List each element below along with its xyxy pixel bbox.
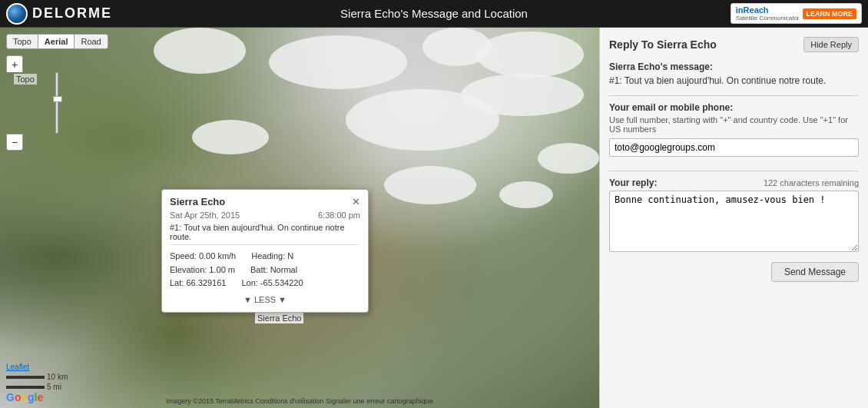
popup-time: 6:38:00 pm	[318, 211, 360, 220]
popup-header: Sierra Echo ✕	[170, 196, 360, 207]
inreach-sub: Satellite Communicator	[736, 15, 800, 22]
zoom-slider-thumb[interactable]	[53, 96, 62, 102]
popup-lat: Lat: 66.329161	[170, 277, 226, 290]
popup-date: Sat Apr 25th, 2015	[170, 211, 240, 220]
divider-2	[609, 171, 859, 171]
popup-batt: Batt: Normal	[250, 264, 297, 277]
app-header: DeLORME Sierra Echo's Message and Locati…	[0, 0, 868, 28]
scale-km: 10 km	[6, 373, 68, 381]
message-label: Sierra Echo's message:	[609, 61, 859, 72]
scale-mi-rect	[6, 386, 45, 389]
divider-1	[609, 95, 859, 96]
scale-mi: 5 mi	[6, 383, 68, 391]
scale-mi-label: 5 mi	[47, 383, 61, 391]
scale-km-rect	[6, 376, 45, 379]
reply-panel-title: Reply To Sierra Echo	[609, 38, 717, 51]
marker-label: Sierra Echo	[255, 313, 303, 323]
reply-label: Your reply:	[609, 177, 657, 188]
snow-patch	[154, 28, 246, 74]
header-left: DeLORME	[0, 3, 112, 25]
inreach-info: inReach Satellite Communicator	[736, 5, 800, 22]
chars-remaining: 122 characters remaining	[764, 178, 859, 187]
message-text: #1: Tout va bien aujourd'hui. On continu…	[609, 75, 859, 88]
logo-text: DeLORME	[32, 5, 112, 22]
popup-less-button[interactable]: ▼ LESS ▼	[170, 295, 360, 304]
popup-name: Sierra Echo	[170, 196, 225, 207]
inreach-label: inReach	[736, 5, 800, 15]
snow-patch	[461, 74, 584, 116]
email-hint: Use full number, starting with "+" and c…	[609, 115, 859, 134]
zoom-slider-track[interactable]	[55, 72, 58, 134]
topo-button[interactable]: Topo	[7, 35, 38, 48]
scale-km-label: 10 km	[47, 373, 68, 381]
map-container[interactable]: Topo Aerial Road + − Topo Sierra Echo ✕ …	[0, 28, 599, 408]
send-message-button[interactable]: Send Message	[771, 262, 859, 282]
zoom-in-button[interactable]: +	[6, 55, 23, 72]
scale-bar: 10 km 5 mi	[6, 373, 68, 391]
snow-patch	[476, 32, 584, 78]
snow-patch	[269, 35, 407, 89]
snow-patch	[499, 181, 553, 208]
email-input[interactable]	[609, 138, 859, 157]
delorme-logo: DeLORME	[6, 3, 112, 25]
map-popup: Sierra Echo ✕ Sat Apr 25th, 2015 6:38:00…	[161, 189, 369, 313]
map-scale: Leaflet 10 km 5 mi	[6, 363, 68, 391]
inreach-badge: inReach Satellite Communicator LEARN MOR…	[731, 3, 862, 24]
email-label: Your email or mobile phone:	[609, 102, 859, 113]
map-attribution: Imagery ©2015 TerraMetrics Conditions d'…	[0, 397, 599, 405]
snow-patch	[538, 143, 599, 174]
header-right: inReach Satellite Communicator LEARN MOR…	[731, 3, 868, 24]
zoom-out-button[interactable]: −	[6, 134, 23, 151]
snow-patch	[384, 166, 476, 204]
popup-elevation: Elevation: 1.00 m	[170, 264, 235, 277]
popup-heading: Heading: N	[251, 250, 293, 264]
aerial-button[interactable]: Aerial	[38, 35, 75, 48]
hide-reply-button[interactable]: Hide Reply	[803, 37, 859, 52]
map-controls: Topo Aerial Road + −	[6, 34, 108, 151]
snow-patch	[192, 120, 269, 154]
reply-panel-header: Reply To Sierra Echo Hide Reply	[609, 37, 859, 52]
popup-lon: Lon: -65.534220	[241, 277, 303, 290]
zoom-controls: + −	[6, 55, 108, 151]
leaflet-link[interactable]: Leaflet	[6, 363, 68, 371]
logo-globe	[6, 3, 28, 25]
road-button[interactable]: Road	[75, 35, 107, 48]
popup-message: #1: Tout va bien aujourd'hui. On continu…	[170, 223, 360, 245]
popup-close-button[interactable]: ✕	[352, 196, 360, 207]
map-type-buttons: Topo Aerial Road	[6, 34, 108, 49]
page-title: Sierra Echo's Message and Location	[340, 7, 528, 20]
popup-details: Speed: 0.00 km/h Heading: N Elevation: 1…	[170, 250, 360, 290]
popup-speed: Speed: 0.00 km/h	[170, 250, 236, 264]
reply-textarea[interactable]	[609, 191, 859, 252]
reply-panel: Reply To Sierra Echo Hide Reply Sierra E…	[599, 28, 868, 408]
learn-more-button[interactable]: LEARN MORE	[803, 8, 857, 19]
